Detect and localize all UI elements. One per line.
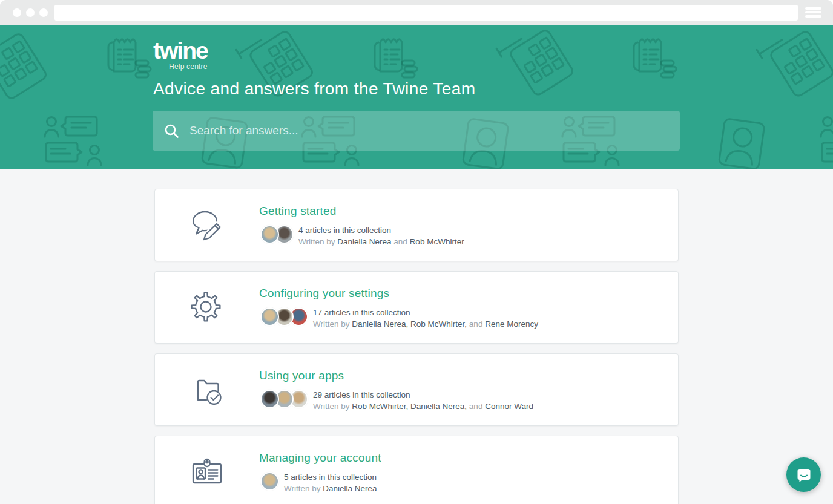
collections-list: Getting started 4 articles in this colle… xyxy=(154,169,679,504)
byline-text: and xyxy=(467,319,485,329)
collection-avatars xyxy=(259,307,304,326)
chat-conversation-icon xyxy=(45,117,101,165)
collection-title[interactable]: Managing your account xyxy=(259,451,381,465)
author-name: Connor Ward xyxy=(485,402,533,411)
collection-article-count: 5 articles in this collection xyxy=(284,473,377,482)
logo-subtitle: Help centre xyxy=(153,63,208,70)
avatar xyxy=(260,390,279,408)
collection-card[interactable]: Configuring your settings 17 articles in… xyxy=(154,271,679,344)
collection-avatars xyxy=(259,225,289,244)
collection-byline: Written by Daniella Nerea, Rob McWhirter… xyxy=(313,319,538,329)
id-badge-icon xyxy=(155,436,259,504)
byline-text: and xyxy=(467,402,485,411)
window-control-dot[interactable] xyxy=(26,8,35,17)
collection-title[interactable]: Getting started xyxy=(259,205,464,218)
contact-book-icon xyxy=(719,119,765,169)
hero-header: twine Help centre Advice and answers fro… xyxy=(0,25,833,169)
avatar xyxy=(260,472,279,491)
byline-text: Written by xyxy=(313,319,352,329)
browser-window: twine Help centre Advice and answers fro… xyxy=(0,0,833,504)
intercom-chat-button[interactable] xyxy=(786,457,821,492)
collection-avatars xyxy=(259,390,304,408)
collection-card[interactable]: Getting started 4 articles in this colle… xyxy=(154,189,679,261)
collection-article-count: 17 articles in this collection xyxy=(313,308,538,317)
collection-byline: Written by Daniella Nerea and Rob McWhir… xyxy=(298,237,464,246)
byline-text: and xyxy=(392,237,410,246)
page-title: Advice and answers from the Twine Team xyxy=(153,79,833,99)
author-name: Daniella Nerea xyxy=(337,237,391,246)
window-control-dot[interactable] xyxy=(13,8,21,17)
collection-card[interactable]: Using your apps 29 articles in this coll… xyxy=(154,353,679,426)
window-control-dot[interactable] xyxy=(39,8,48,17)
search-bar[interactable] xyxy=(153,111,680,151)
chat-pencil-icon xyxy=(155,189,259,261)
gear-icon xyxy=(155,272,259,343)
collection-avatars xyxy=(259,472,275,491)
browser-chrome xyxy=(0,0,833,25)
intercom-bubble-icon xyxy=(795,466,812,483)
collection-title[interactable]: Configuring your settings xyxy=(259,287,538,300)
byline-text: Written by xyxy=(313,402,352,411)
author-name: Rob McWhirter, Daniella Nerea, xyxy=(352,402,467,411)
avatar xyxy=(260,225,279,244)
collection-byline: Written by Rob McWhirter, Daniella Nerea… xyxy=(313,402,533,411)
menu-icon[interactable] xyxy=(805,7,821,19)
author-name: Rene Morency xyxy=(485,319,538,329)
collection-byline: Written by Daniella Nerea xyxy=(284,484,377,493)
chat-conversation-icon xyxy=(821,117,833,165)
search-input[interactable] xyxy=(188,123,680,138)
avatar xyxy=(260,307,279,326)
collection-article-count: 29 articles in this collection xyxy=(313,390,533,399)
logo-wordmark: twine xyxy=(153,39,208,62)
address-bar[interactable] xyxy=(54,5,798,21)
folder-check-icon xyxy=(155,354,259,425)
main-content: Getting started 4 articles in this colle… xyxy=(0,169,833,504)
collection-card[interactable]: Managing your account 5 articles in this… xyxy=(154,436,679,504)
collection-title[interactable]: Using your apps xyxy=(259,369,533,382)
byline-text: Written by xyxy=(298,237,337,246)
logo[interactable]: twine Help centre xyxy=(153,39,208,70)
byline-text: Written by xyxy=(284,484,323,493)
collection-article-count: 4 articles in this collection xyxy=(298,226,464,235)
author-name: Daniella Nerea xyxy=(323,484,377,493)
search-icon xyxy=(164,123,179,139)
author-name: Rob McWhirter xyxy=(410,237,464,246)
author-name: Daniella Nerea, Rob McWhirter, xyxy=(352,319,467,329)
